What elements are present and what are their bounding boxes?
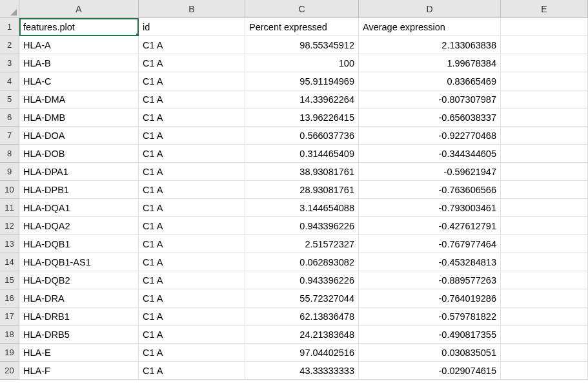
row-header-11[interactable]: 11 [0,199,19,217]
cell-C5[interactable]: 14.33962264 [245,90,359,109]
cell-C1[interactable]: Percent expressed [245,18,359,36]
cell-D10[interactable]: -0.763606566 [359,181,501,199]
cell-B5[interactable]: C1 A [139,90,245,109]
row-header-17[interactable]: 17 [0,307,19,326]
cell-B14[interactable]: C1 A [139,253,245,271]
cell-D6[interactable]: -0.656038337 [359,109,501,127]
row-header-3[interactable]: 3 [0,54,19,72]
cell-E19[interactable] [501,344,588,362]
cell-E1[interactable] [501,18,588,36]
cell-A2[interactable]: HLA-A [19,36,139,54]
cell-A6[interactable]: HLA-DMB [19,109,139,127]
cell-A10[interactable]: HLA-DPB1 [19,181,139,199]
cell-B1[interactable]: id [139,18,245,36]
row-header-5[interactable]: 5 [0,90,19,109]
cell-C14[interactable]: 0.062893082 [245,253,359,271]
cell-B10[interactable]: C1 A [139,181,245,199]
cell-D2[interactable]: 2.133063838 [359,36,501,54]
column-header-C[interactable]: C [245,0,359,18]
cell-E8[interactable] [501,145,588,163]
row-header-7[interactable]: 7 [0,127,19,145]
cell-B17[interactable]: C1 A [139,307,245,326]
cell-B12[interactable]: C1 A [139,217,245,235]
cell-D7[interactable]: -0.922770468 [359,127,501,145]
row-header-19[interactable]: 19 [0,344,19,362]
cell-C9[interactable]: 38.93081761 [245,163,359,181]
cell-C6[interactable]: 13.96226415 [245,109,359,127]
column-header-A[interactable]: A [19,0,139,18]
cell-E13[interactable] [501,235,588,253]
cell-E14[interactable] [501,253,588,271]
cell-B20[interactable]: C1 A [139,362,245,380]
cell-A14[interactable]: HLA-DQB1-AS1 [19,253,139,271]
cell-B4[interactable]: C1 A [139,72,245,90]
row-header-4[interactable]: 4 [0,72,19,90]
cell-A12[interactable]: HLA-DQA2 [19,217,139,235]
cell-A1[interactable]: features.plot [19,18,139,36]
cell-A3[interactable]: HLA-B [19,54,139,72]
cell-D9[interactable]: -0.59621947 [359,163,501,181]
cell-E11[interactable] [501,199,588,217]
cell-D17[interactable]: -0.579781822 [359,307,501,326]
cell-A8[interactable]: HLA-DOB [19,145,139,163]
cell-B13[interactable]: C1 A [139,235,245,253]
cell-A18[interactable]: HLA-DRB5 [19,326,139,344]
cell-A13[interactable]: HLA-DQB1 [19,235,139,253]
cell-C20[interactable]: 43.33333333 [245,362,359,380]
cell-E6[interactable] [501,109,588,127]
row-header-14[interactable]: 14 [0,253,19,271]
cell-C13[interactable]: 2.51572327 [245,235,359,253]
cell-C19[interactable]: 97.04402516 [245,344,359,362]
cell-D13[interactable]: -0.767977464 [359,235,501,253]
cell-B6[interactable]: C1 A [139,109,245,127]
cell-A11[interactable]: HLA-DQA1 [19,199,139,217]
row-header-6[interactable]: 6 [0,109,19,127]
spreadsheet-grid[interactable]: ABCDE1features.plotidPercent expressedAv… [0,0,588,380]
cell-E10[interactable] [501,181,588,199]
row-header-10[interactable]: 10 [0,181,19,199]
cell-E16[interactable] [501,289,588,307]
cell-E3[interactable] [501,54,588,72]
cell-A17[interactable]: HLA-DRB1 [19,307,139,326]
row-header-16[interactable]: 16 [0,289,19,307]
cell-C4[interactable]: 95.91194969 [245,72,359,90]
cell-C7[interactable]: 0.566037736 [245,127,359,145]
cell-D19[interactable]: 0.030835051 [359,344,501,362]
row-header-13[interactable]: 13 [0,235,19,253]
cell-D14[interactable]: -0.453284813 [359,253,501,271]
cell-D18[interactable]: -0.490817355 [359,326,501,344]
cell-E17[interactable] [501,307,588,326]
cell-A16[interactable]: HLA-DRA [19,289,139,307]
row-header-20[interactable]: 20 [0,362,19,380]
cell-D12[interactable]: -0.427612791 [359,217,501,235]
cell-C10[interactable]: 28.93081761 [245,181,359,199]
cell-C3[interactable]: 100 [245,54,359,72]
cell-B7[interactable]: C1 A [139,127,245,145]
cell-E20[interactable] [501,362,588,380]
cell-B18[interactable]: C1 A [139,326,245,344]
cell-C2[interactable]: 98.55345912 [245,36,359,54]
cell-A7[interactable]: HLA-DOA [19,127,139,145]
cell-A4[interactable]: HLA-C [19,72,139,90]
cell-C16[interactable]: 55.72327044 [245,289,359,307]
row-header-9[interactable]: 9 [0,163,19,181]
cell-E4[interactable] [501,72,588,90]
cell-D15[interactable]: -0.889577263 [359,271,501,289]
column-header-B[interactable]: B [139,0,245,18]
cell-D11[interactable]: -0.793003461 [359,199,501,217]
cell-C17[interactable]: 62.13836478 [245,307,359,326]
cell-A19[interactable]: HLA-E [19,344,139,362]
cell-D8[interactable]: -0.344344605 [359,145,501,163]
cell-D4[interactable]: 0.83665469 [359,72,501,90]
row-header-12[interactable]: 12 [0,217,19,235]
row-header-2[interactable]: 2 [0,36,19,54]
cell-B11[interactable]: C1 A [139,199,245,217]
cell-B2[interactable]: C1 A [139,36,245,54]
cell-B9[interactable]: C1 A [139,163,245,181]
cell-C15[interactable]: 0.943396226 [245,271,359,289]
cell-D20[interactable]: -0.029074615 [359,362,501,380]
cell-D16[interactable]: -0.764019286 [359,289,501,307]
row-header-15[interactable]: 15 [0,271,19,289]
row-header-18[interactable]: 18 [0,326,19,344]
cell-E2[interactable] [501,36,588,54]
